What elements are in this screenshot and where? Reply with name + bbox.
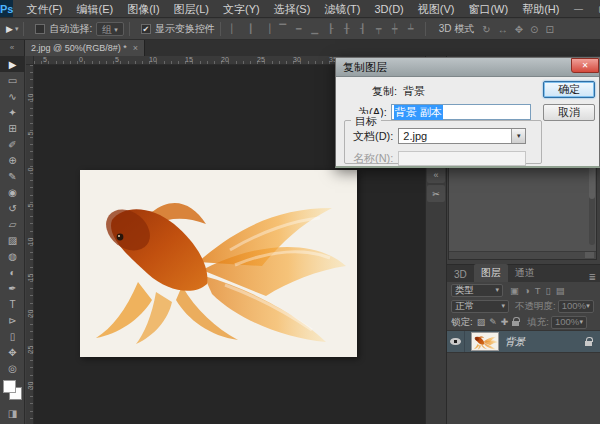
toolbar-collapse-icon[interactable]: « bbox=[0, 40, 25, 56]
layer-visibility-cell[interactable] bbox=[447, 331, 465, 352]
menu-help[interactable]: 帮助(H) bbox=[515, 0, 566, 18]
threed-scale-icon[interactable]: ⊡ bbox=[545, 24, 553, 35]
filter-smart-object-icon[interactable]: ▤ bbox=[556, 285, 565, 296]
filter-adjustment-icon[interactable]: ◑ bbox=[524, 285, 530, 296]
filter-type-icon[interactable]: T bbox=[535, 285, 541, 296]
dialog-close-icon[interactable]: ✕ bbox=[571, 58, 599, 73]
blur-tool[interactable]: ◍ bbox=[0, 248, 25, 264]
opacity-value[interactable]: 100%▾ bbox=[558, 300, 594, 313]
threed-slide-icon[interactable]: ⊙ bbox=[530, 24, 538, 35]
dialog-title-bar[interactable]: 复制图层 bbox=[336, 58, 599, 77]
lock-all-icon[interactable] bbox=[512, 321, 519, 326]
foreground-color-swatch[interactable] bbox=[3, 380, 16, 393]
tool-preset-caret-icon[interactable]: ▾ bbox=[15, 25, 19, 33]
hand-tool[interactable]: ✥ bbox=[0, 344, 25, 360]
ok-button[interactable]: 确定 bbox=[543, 81, 595, 98]
filter-type-dropdown[interactable]: 类型▾ bbox=[451, 284, 503, 297]
quick-selection-tool[interactable]: ✦ bbox=[0, 104, 25, 120]
blend-opacity-row: 正常▾ 不透明度: 100%▾ bbox=[447, 298, 600, 314]
document-tab[interactable]: 2.jpg @ 50%(RGB/8#) * × bbox=[25, 40, 145, 56]
menu-layer[interactable]: 图层(L) bbox=[167, 0, 216, 18]
marquee-tool[interactable]: ▭ bbox=[0, 72, 25, 88]
show-transform-checkbox[interactable]: ✔ bbox=[141, 24, 151, 34]
tab-3d[interactable]: 3D bbox=[447, 267, 474, 282]
auto-select-target-dropdown[interactable]: 组▾ bbox=[96, 22, 124, 36]
menu-filter[interactable]: 滤镜(T) bbox=[317, 0, 367, 18]
history-brush-tool[interactable]: ↺ bbox=[0, 200, 25, 216]
clone-stamp-tool[interactable]: ◉ bbox=[0, 184, 25, 200]
threed-rotate-icon[interactable]: ↻ bbox=[482, 24, 490, 35]
filter-shape-icon[interactable]: ▯ bbox=[546, 285, 551, 296]
align-left-icon[interactable]: ▏ bbox=[229, 24, 241, 34]
align-h-center-icon[interactable]: ┃ bbox=[245, 24, 257, 34]
quick-selection-icon: ✦ bbox=[8, 107, 16, 118]
dodge-tool[interactable]: ◐ bbox=[0, 264, 25, 280]
zoom-icon: ◎ bbox=[8, 363, 17, 374]
align-top-icon[interactable]: ▔ bbox=[277, 24, 289, 34]
distribute-bottom-icon[interactable]: ┨ bbox=[357, 24, 369, 34]
crop-tool[interactable]: ⊞ bbox=[0, 120, 25, 136]
pen-tool[interactable]: ✒ bbox=[0, 280, 25, 296]
type-tool[interactable]: T bbox=[0, 296, 25, 312]
lock-transparency-icon[interactable]: ▨ bbox=[477, 317, 486, 327]
expand-panels-icon[interactable]: « bbox=[427, 166, 445, 183]
maximize-icon[interactable]: ▢ bbox=[590, 1, 600, 17]
auto-select-checkbox[interactable] bbox=[35, 24, 45, 34]
menu-type[interactable]: 文字(Y) bbox=[216, 0, 267, 18]
threed-pan-icon[interactable]: ✥ bbox=[515, 24, 523, 35]
menu-edit[interactable]: 编辑(E) bbox=[70, 0, 121, 18]
eraser-tool[interactable]: ▱ bbox=[0, 216, 25, 232]
tab-channels[interactable]: 通道 bbox=[508, 264, 542, 282]
panel-scrollbar[interactable] bbox=[589, 165, 595, 245]
blend-mode-dropdown[interactable]: 正常▾ bbox=[451, 300, 509, 313]
duplicate-layer-dialog: 复制图层 ✕ 复制: 背景 为(A): 背景 副本 目标 文档(D): 2.jp… bbox=[335, 57, 600, 168]
align-v-center-icon[interactable]: ━ bbox=[293, 24, 305, 34]
layer-row-background[interactable]: 背景 bbox=[447, 330, 600, 353]
align-right-icon[interactable]: ▕ bbox=[261, 24, 273, 34]
menu-file[interactable]: 文件(F) bbox=[19, 0, 69, 18]
threed-roll-icon[interactable]: ↔ bbox=[498, 24, 508, 35]
as-name-input[interactable]: 背景 副本 bbox=[391, 104, 531, 120]
move-tool[interactable]: ▶ bbox=[0, 56, 25, 72]
distribute-h-center-icon[interactable]: ┿ bbox=[389, 24, 401, 34]
tab-close-icon[interactable]: × bbox=[133, 40, 138, 56]
panel-menu-icon[interactable]: ≣ bbox=[588, 272, 596, 282]
spot-healing-brush-tool[interactable]: ⊕ bbox=[0, 152, 25, 168]
layer-name[interactable]: 背景 bbox=[505, 335, 525, 349]
tab-layers[interactable]: 图层 bbox=[474, 264, 508, 282]
distribute-right-icon[interactable]: ┷ bbox=[405, 24, 417, 34]
selected-text: 背景 副本 bbox=[394, 105, 443, 120]
ruler-corner bbox=[26, 56, 34, 65]
lock-image-icon[interactable]: ✎ bbox=[489, 317, 497, 327]
auto-select-label: 自动选择: bbox=[49, 22, 92, 36]
gradient-tool[interactable]: ▨ bbox=[0, 232, 25, 248]
menu-window[interactable]: 窗口(W) bbox=[461, 0, 515, 18]
fill-value[interactable]: 100%▾ bbox=[551, 316, 587, 329]
duplicate-label: 复制: bbox=[372, 84, 397, 99]
zoom-tool[interactable]: ◎ bbox=[0, 360, 25, 376]
menu-view[interactable]: 视图(V) bbox=[411, 0, 462, 18]
path-selection-tool[interactable]: ⊳ bbox=[0, 312, 25, 328]
distribute-v-center-icon[interactable]: ╂ bbox=[341, 24, 353, 34]
distribute-top-icon[interactable]: ┠ bbox=[325, 24, 337, 34]
menu-select[interactable]: 选择(S) bbox=[267, 0, 318, 18]
filter-pixel-icon[interactable]: ▣ bbox=[510, 285, 519, 296]
lasso-tool[interactable]: ∿ bbox=[0, 88, 25, 104]
quick-mask-icon[interactable]: ◨ bbox=[0, 408, 25, 419]
menu-3d[interactable]: 3D(D) bbox=[367, 0, 410, 18]
brush-icon: ✎ bbox=[8, 171, 16, 182]
document-dropdown[interactable]: 2.jpg ▾ bbox=[398, 128, 526, 144]
lock-position-icon[interactable]: ✚ bbox=[501, 317, 509, 327]
minimize-icon[interactable]: — bbox=[566, 1, 590, 17]
menu-image[interactable]: 图像(I) bbox=[120, 0, 166, 18]
name-input-disabled bbox=[398, 151, 526, 166]
distribute-left-icon[interactable]: ┯ bbox=[373, 24, 385, 34]
brush-tool[interactable]: ✎ bbox=[0, 168, 25, 184]
align-bottom-icon[interactable]: ▁ bbox=[309, 24, 321, 34]
layer-thumbnail[interactable] bbox=[471, 332, 499, 351]
shape-tool[interactable]: ▯ bbox=[0, 328, 25, 344]
tools-preset-icon[interactable]: ✂ bbox=[427, 185, 445, 202]
eraser-icon: ▱ bbox=[9, 219, 17, 230]
cancel-button[interactable]: 取消 bbox=[543, 104, 595, 121]
eyedropper-tool[interactable]: ✐ bbox=[0, 136, 25, 152]
